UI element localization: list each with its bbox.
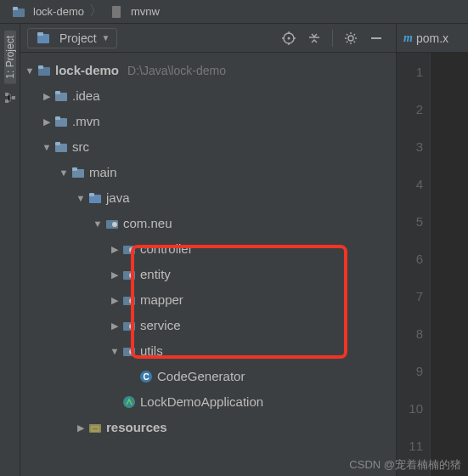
chevron-right-icon: ▶: [109, 269, 121, 280]
chevron-down-icon: ▼: [109, 345, 121, 357]
svg-rect-7: [37, 32, 43, 36]
line-number: 7: [397, 277, 430, 314]
folder-icon: [54, 140, 68, 154]
tree-label: controller: [140, 241, 193, 258]
svg-text:C: C: [143, 372, 149, 382]
editor-tab[interactable]: m pom.x: [397, 24, 468, 53]
svg-point-29: [129, 273, 134, 278]
class-icon: C: [139, 370, 153, 383]
chevron-right-icon: ▶: [75, 422, 87, 434]
collapse-all-icon[interactable]: [307, 31, 322, 46]
tree-item[interactable]: ▼java: [24, 185, 396, 211]
line-number: 5: [397, 202, 430, 240]
gear-icon[interactable]: [343, 31, 358, 46]
module-folder-icon: [37, 64, 51, 77]
project-tree[interactable]: ▼lock-demoD:\Java\lock-demo ▶.idea ▶.mvn…: [20, 53, 396, 476]
folder-icon: [54, 89, 68, 103]
folder-icon: [54, 115, 68, 128]
svg-rect-17: [55, 116, 60, 120]
breadcrumb-file[interactable]: mvnw: [104, 5, 163, 19]
source-folder-icon: [88, 191, 102, 205]
file-icon: [110, 5, 123, 19]
breadcrumb-root-label: lock-demo: [33, 5, 84, 18]
chevron-down-icon: ▼: [75, 192, 87, 204]
locate-icon[interactable]: [281, 31, 296, 46]
tree-path: D:\Java\lock-demo: [127, 63, 226, 78]
chevron-right-icon: ▶: [41, 116, 53, 128]
tree-label: .mvn: [72, 113, 100, 130]
tool-window-bar: 1: Project: [0, 24, 20, 476]
tree-root[interactable]: ▼lock-demoD:\Java\lock-demo: [24, 58, 396, 83]
svg-point-25: [112, 222, 117, 227]
package-icon: [122, 268, 136, 281]
tree-item[interactable]: ▼com.neu: [24, 211, 396, 236]
package-icon: [122, 344, 136, 358]
editor-content[interactable]: [431, 53, 468, 476]
maven-icon: m: [403, 31, 413, 45]
line-number: 3: [397, 128, 430, 165]
svg-point-9: [288, 37, 290, 39]
svg-point-27: [129, 247, 134, 252]
tree-item[interactable]: ▶mapper: [24, 287, 396, 313]
editor-tab-label: pom.x: [416, 31, 448, 45]
tree-item[interactable]: ▶service: [24, 313, 396, 338]
tree-item[interactable]: ▼main: [24, 160, 396, 185]
tree-item[interactable]: LockDemoApplication: [24, 389, 396, 415]
tree-item[interactable]: ▼src: [24, 134, 396, 160]
tree-item[interactable]: ▼utils: [24, 338, 396, 364]
tree-item[interactable]: ▶.mvn: [24, 109, 396, 134]
package-icon: [122, 293, 136, 307]
tree-item[interactable]: ▶entity: [24, 262, 396, 287]
minimize-icon[interactable]: [369, 31, 384, 46]
tree-label: resources: [106, 419, 167, 436]
tree-item[interactable]: ▶controller: [24, 236, 396, 262]
folder-icon: [71, 166, 85, 179]
svg-point-10: [348, 36, 353, 41]
tree-item[interactable]: ▶resources: [24, 415, 396, 440]
project-panel: Project ▼ ▼lock-demoD:\Java\lock-demo ▶.…: [20, 24, 397, 476]
line-number: 9: [397, 352, 430, 389]
tree-label: utils: [140, 343, 163, 360]
svg-rect-1: [13, 7, 18, 10]
project-tool-tab[interactable]: 1: Project: [4, 31, 16, 84]
svg-rect-11: [371, 37, 381, 39]
package-icon: [122, 319, 136, 332]
svg-point-38: [123, 396, 135, 408]
tree-label: mapper: [140, 292, 183, 309]
structure-icon[interactable]: [3, 91, 17, 105]
resources-folder-icon: [88, 421, 102, 434]
breadcrumb-bar: lock-demo 〉 mvnw: [0, 0, 468, 24]
module-folder-icon: [12, 5, 25, 19]
project-icon: [37, 31, 50, 45]
svg-rect-2: [112, 6, 121, 18]
line-number: 6: [397, 240, 430, 277]
chevron-right-icon: 〉: [89, 3, 103, 20]
tree-label: LockDemoApplication: [140, 394, 263, 411]
tree-label: com.neu: [123, 215, 172, 232]
tree-label: service: [140, 317, 181, 334]
line-number: 1: [397, 53, 430, 90]
breadcrumb-root[interactable]: lock-demo: [7, 5, 87, 19]
svg-rect-21: [72, 167, 77, 171]
line-number: 8: [397, 314, 430, 352]
svg-point-33: [129, 324, 134, 329]
chevron-right-icon: ▶: [41, 90, 53, 102]
tree-label: CodeGenerator: [157, 368, 245, 385]
svg-point-31: [129, 298, 134, 303]
watermark: CSDN @宠着楠楠的猪: [349, 457, 461, 473]
tree-label: lock-demo: [55, 62, 119, 79]
dropdown-arrow-icon: ▼: [102, 33, 110, 42]
chevron-right-icon: ▶: [109, 294, 121, 306]
project-view-selector[interactable]: Project ▼: [27, 28, 117, 48]
svg-point-35: [129, 349, 134, 354]
chevron-down-icon: ▼: [58, 167, 70, 178]
chevron-right-icon: ▶: [109, 320, 121, 332]
chevron-right-icon: ▶: [109, 243, 121, 255]
project-panel-header: Project ▼: [20, 24, 396, 53]
tree-item[interactable]: ▶.idea: [24, 83, 396, 109]
tree-item[interactable]: CCodeGenerator: [24, 364, 396, 389]
svg-rect-3: [5, 93, 8, 96]
tree-label: main: [89, 164, 117, 181]
breadcrumb-file-label: mvnw: [131, 5, 160, 18]
svg-rect-19: [55, 142, 60, 145]
